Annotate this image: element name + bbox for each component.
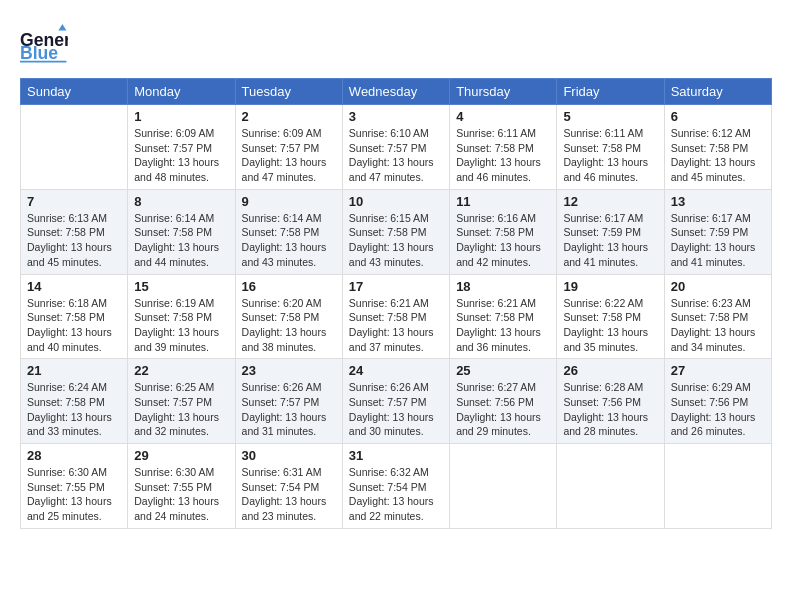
week-row-3: 14Sunrise: 6:18 AMSunset: 7:58 PMDayligh… <box>21 274 772 359</box>
day-info: Sunrise: 6:09 AMSunset: 7:57 PMDaylight:… <box>134 126 228 185</box>
day-info: Sunrise: 6:11 AMSunset: 7:58 PMDaylight:… <box>563 126 657 185</box>
day-number: 3 <box>349 109 443 124</box>
calendar-cell: 3Sunrise: 6:10 AMSunset: 7:57 PMDaylight… <box>342 105 449 190</box>
day-number: 18 <box>456 279 550 294</box>
svg-marker-2 <box>58 24 66 30</box>
calendar-cell: 4Sunrise: 6:11 AMSunset: 7:58 PMDaylight… <box>450 105 557 190</box>
day-number: 21 <box>27 363 121 378</box>
day-number: 9 <box>242 194 336 209</box>
day-number: 26 <box>563 363 657 378</box>
day-info: Sunrise: 6:24 AMSunset: 7:58 PMDaylight:… <box>27 380 121 439</box>
calendar-cell: 8Sunrise: 6:14 AMSunset: 7:58 PMDaylight… <box>128 189 235 274</box>
day-number: 1 <box>134 109 228 124</box>
calendar-cell: 21Sunrise: 6:24 AMSunset: 7:58 PMDayligh… <box>21 359 128 444</box>
weekday-header-sunday: Sunday <box>21 79 128 105</box>
day-number: 22 <box>134 363 228 378</box>
day-number: 5 <box>563 109 657 124</box>
weekday-header-thursday: Thursday <box>450 79 557 105</box>
day-number: 19 <box>563 279 657 294</box>
day-info: Sunrise: 6:29 AMSunset: 7:56 PMDaylight:… <box>671 380 765 439</box>
calendar-cell: 30Sunrise: 6:31 AMSunset: 7:54 PMDayligh… <box>235 444 342 529</box>
day-number: 15 <box>134 279 228 294</box>
day-info: Sunrise: 6:11 AMSunset: 7:58 PMDaylight:… <box>456 126 550 185</box>
day-number: 31 <box>349 448 443 463</box>
calendar-cell: 24Sunrise: 6:26 AMSunset: 7:57 PMDayligh… <box>342 359 449 444</box>
day-number: 30 <box>242 448 336 463</box>
day-info: Sunrise: 6:30 AMSunset: 7:55 PMDaylight:… <box>27 465 121 524</box>
week-row-4: 21Sunrise: 6:24 AMSunset: 7:58 PMDayligh… <box>21 359 772 444</box>
week-row-2: 7Sunrise: 6:13 AMSunset: 7:58 PMDaylight… <box>21 189 772 274</box>
day-info: Sunrise: 6:23 AMSunset: 7:58 PMDaylight:… <box>671 296 765 355</box>
weekday-header-row: SundayMondayTuesdayWednesdayThursdayFrid… <box>21 79 772 105</box>
calendar-cell: 23Sunrise: 6:26 AMSunset: 7:57 PMDayligh… <box>235 359 342 444</box>
calendar-cell: 13Sunrise: 6:17 AMSunset: 7:59 PMDayligh… <box>664 189 771 274</box>
day-info: Sunrise: 6:09 AMSunset: 7:57 PMDaylight:… <box>242 126 336 185</box>
calendar-cell: 20Sunrise: 6:23 AMSunset: 7:58 PMDayligh… <box>664 274 771 359</box>
calendar-cell: 26Sunrise: 6:28 AMSunset: 7:56 PMDayligh… <box>557 359 664 444</box>
weekday-header-friday: Friday <box>557 79 664 105</box>
week-row-5: 28Sunrise: 6:30 AMSunset: 7:55 PMDayligh… <box>21 444 772 529</box>
day-info: Sunrise: 6:31 AMSunset: 7:54 PMDaylight:… <box>242 465 336 524</box>
weekday-header-monday: Monday <box>128 79 235 105</box>
calendar-cell: 18Sunrise: 6:21 AMSunset: 7:58 PMDayligh… <box>450 274 557 359</box>
calendar-cell: 16Sunrise: 6:20 AMSunset: 7:58 PMDayligh… <box>235 274 342 359</box>
calendar-cell <box>664 444 771 529</box>
day-number: 6 <box>671 109 765 124</box>
calendar-cell: 12Sunrise: 6:17 AMSunset: 7:59 PMDayligh… <box>557 189 664 274</box>
week-row-1: 1Sunrise: 6:09 AMSunset: 7:57 PMDaylight… <box>21 105 772 190</box>
day-number: 17 <box>349 279 443 294</box>
day-number: 29 <box>134 448 228 463</box>
day-info: Sunrise: 6:14 AMSunset: 7:58 PMDaylight:… <box>242 211 336 270</box>
calendar-cell <box>557 444 664 529</box>
day-number: 12 <box>563 194 657 209</box>
day-info: Sunrise: 6:27 AMSunset: 7:56 PMDaylight:… <box>456 380 550 439</box>
day-number: 27 <box>671 363 765 378</box>
calendar-cell <box>450 444 557 529</box>
day-number: 11 <box>456 194 550 209</box>
calendar-cell: 25Sunrise: 6:27 AMSunset: 7:56 PMDayligh… <box>450 359 557 444</box>
weekday-header-tuesday: Tuesday <box>235 79 342 105</box>
calendar-cell: 27Sunrise: 6:29 AMSunset: 7:56 PMDayligh… <box>664 359 771 444</box>
day-info: Sunrise: 6:25 AMSunset: 7:57 PMDaylight:… <box>134 380 228 439</box>
day-info: Sunrise: 6:20 AMSunset: 7:58 PMDaylight:… <box>242 296 336 355</box>
day-info: Sunrise: 6:13 AMSunset: 7:58 PMDaylight:… <box>27 211 121 270</box>
day-info: Sunrise: 6:12 AMSunset: 7:58 PMDaylight:… <box>671 126 765 185</box>
calendar-cell: 28Sunrise: 6:30 AMSunset: 7:55 PMDayligh… <box>21 444 128 529</box>
day-info: Sunrise: 6:21 AMSunset: 7:58 PMDaylight:… <box>349 296 443 355</box>
calendar-cell: 2Sunrise: 6:09 AMSunset: 7:57 PMDaylight… <box>235 105 342 190</box>
day-number: 20 <box>671 279 765 294</box>
day-info: Sunrise: 6:28 AMSunset: 7:56 PMDaylight:… <box>563 380 657 439</box>
day-number: 10 <box>349 194 443 209</box>
day-number: 4 <box>456 109 550 124</box>
calendar-cell: 29Sunrise: 6:30 AMSunset: 7:55 PMDayligh… <box>128 444 235 529</box>
day-number: 14 <box>27 279 121 294</box>
day-info: Sunrise: 6:19 AMSunset: 7:58 PMDaylight:… <box>134 296 228 355</box>
svg-text:Blue: Blue <box>20 43 58 63</box>
weekday-header-wednesday: Wednesday <box>342 79 449 105</box>
calendar-cell <box>21 105 128 190</box>
day-number: 2 <box>242 109 336 124</box>
day-info: Sunrise: 6:22 AMSunset: 7:58 PMDaylight:… <box>563 296 657 355</box>
calendar-cell: 11Sunrise: 6:16 AMSunset: 7:58 PMDayligh… <box>450 189 557 274</box>
day-info: Sunrise: 6:32 AMSunset: 7:54 PMDaylight:… <box>349 465 443 524</box>
day-info: Sunrise: 6:26 AMSunset: 7:57 PMDaylight:… <box>242 380 336 439</box>
day-number: 24 <box>349 363 443 378</box>
calendar-cell: 31Sunrise: 6:32 AMSunset: 7:54 PMDayligh… <box>342 444 449 529</box>
day-info: Sunrise: 6:21 AMSunset: 7:58 PMDaylight:… <box>456 296 550 355</box>
day-number: 23 <box>242 363 336 378</box>
day-number: 13 <box>671 194 765 209</box>
calendar-cell: 17Sunrise: 6:21 AMSunset: 7:58 PMDayligh… <box>342 274 449 359</box>
calendar-cell: 1Sunrise: 6:09 AMSunset: 7:57 PMDaylight… <box>128 105 235 190</box>
logo-icon: General Blue <box>20 20 68 68</box>
calendar-cell: 10Sunrise: 6:15 AMSunset: 7:58 PMDayligh… <box>342 189 449 274</box>
day-number: 28 <box>27 448 121 463</box>
day-info: Sunrise: 6:17 AMSunset: 7:59 PMDaylight:… <box>563 211 657 270</box>
calendar-cell: 7Sunrise: 6:13 AMSunset: 7:58 PMDaylight… <box>21 189 128 274</box>
calendar-cell: 14Sunrise: 6:18 AMSunset: 7:58 PMDayligh… <box>21 274 128 359</box>
day-info: Sunrise: 6:16 AMSunset: 7:58 PMDaylight:… <box>456 211 550 270</box>
day-number: 7 <box>27 194 121 209</box>
day-info: Sunrise: 6:15 AMSunset: 7:58 PMDaylight:… <box>349 211 443 270</box>
day-info: Sunrise: 6:26 AMSunset: 7:57 PMDaylight:… <box>349 380 443 439</box>
calendar-cell: 15Sunrise: 6:19 AMSunset: 7:58 PMDayligh… <box>128 274 235 359</box>
day-number: 25 <box>456 363 550 378</box>
